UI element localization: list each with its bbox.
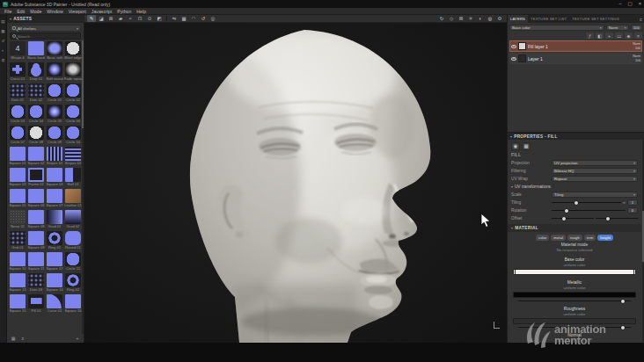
- channel-chip-rough[interactable]: rough: [567, 235, 582, 241]
- history-dock-icon[interactable]: ↺: [1, 38, 6, 43]
- asset-item[interactable]: Soft round: [46, 62, 63, 82]
- assets-dock-icon[interactable]: ▤: [1, 18, 6, 24]
- asset-item[interactable]: Circle 06: [64, 105, 82, 124]
- display-dock-icon[interactable]: ◍: [1, 57, 6, 62]
- slider-knob[interactable]: [565, 209, 568, 213]
- asset-item[interactable]: Circle 04: [27, 105, 45, 124]
- metallic-swatch[interactable]: [513, 292, 636, 298]
- asset-item[interactable]: Square 05: [9, 189, 26, 208]
- delete-layer-icon[interactable]: ×: [634, 33, 642, 39]
- asset-item[interactable]: Noise 01: [9, 210, 26, 229]
- asset-item[interactable]: Stripes 02: [64, 147, 82, 166]
- search-input[interactable]: Search...: [10, 33, 81, 40]
- tab-texture-set-settings[interactable]: TEXTURE SET SETTINGS: [569, 15, 622, 23]
- eraser-tool[interactable]: ◪: [97, 15, 106, 22]
- asset-item[interactable]: Ring 01: [46, 231, 63, 250]
- environment-icon[interactable]: ◍: [486, 15, 494, 22]
- asset-item[interactable]: Drop 01: [27, 62, 45, 82]
- asset-item[interactable]: Circle 03: [9, 105, 26, 124]
- menu-python[interactable]: Python: [117, 9, 131, 14]
- menu-help[interactable]: Help: [136, 9, 146, 14]
- asset-item[interactable]: Round 01: [64, 231, 82, 250]
- asset-item[interactable]: Circle 08: [27, 126, 45, 145]
- asset-item[interactable]: Fade square: [64, 62, 82, 82]
- channel-filter-select[interactable]: Base color▾: [509, 25, 604, 31]
- asset-item[interactable]: Ring 02: [64, 273, 82, 293]
- menu-javascript[interactable]: Javascript: [91, 9, 112, 14]
- menu-viewport[interactable]: Viewport: [69, 9, 86, 14]
- polygon-fill-tool[interactable]: ▰: [116, 15, 125, 22]
- asset-item[interactable]: Grid 01: [9, 231, 26, 250]
- clone-tool[interactable]: ⊡: [135, 15, 144, 22]
- asset-item[interactable]: Square 09: [27, 231, 45, 250]
- asset-item[interactable]: Grad 01: [46, 210, 63, 229]
- projection-tool[interactable]: ⊞: [106, 15, 115, 22]
- asset-item[interactable]: Circle 01: [46, 83, 63, 103]
- material-mode-icon[interactable]: ◉: [511, 142, 520, 150]
- panel-menu-icon[interactable]: ≡: [638, 15, 644, 23]
- base-color-swatch[interactable]: [513, 269, 636, 275]
- shelf-filter-dropdown[interactable]: All shelves ▾: [10, 25, 81, 32]
- asset-item[interactable]: Square 12: [46, 252, 63, 272]
- asset-item[interactable]: Square 16: [64, 294, 82, 314]
- metallic-slider[interactable]: [518, 300, 631, 301]
- menu-edit[interactable]: Edit: [17, 9, 25, 14]
- rotation-value[interactable]: 0: [627, 207, 638, 214]
- asset-item[interactable]: Square 02: [27, 147, 45, 166]
- asset-item[interactable]: Square 11: [27, 252, 45, 272]
- geometry-mask-tool[interactable]: ◩: [155, 15, 164, 22]
- add-asset-icon[interactable]: +: [74, 336, 81, 342]
- asset-item[interactable]: Square 15: [9, 294, 26, 314]
- link-uv-icon[interactable]: ∞: [623, 200, 626, 205]
- add-effect-icon[interactable]: ƒ: [586, 33, 594, 39]
- asset-item[interactable]: Basic hard: [27, 41, 45, 61]
- paint-tool[interactable]: ✎: [87, 15, 96, 22]
- asset-item[interactable]: Stripes 01: [46, 147, 63, 166]
- asset-item[interactable]: Cross 01: [9, 62, 26, 82]
- asset-item[interactable]: Dots 03: [27, 273, 45, 293]
- asset-item[interactable]: Circle 05: [46, 105, 63, 124]
- asset-item[interactable]: Curve 01: [46, 294, 63, 314]
- asset-item[interactable]: Square 08: [27, 210, 45, 229]
- close-button[interactable]: ×: [639, 0, 641, 8]
- visibility-eye-icon[interactable]: [511, 45, 516, 48]
- smudge-tool[interactable]: ≈: [126, 15, 135, 22]
- channel-chip-height[interactable]: height: [597, 235, 613, 241]
- asset-item[interactable]: Grad 02: [64, 210, 82, 229]
- material-section-header[interactable]: ▾ MATERIAL: [508, 224, 641, 232]
- asset-item[interactable]: 4Shape 4: [9, 41, 26, 61]
- add-fill-layer-icon[interactable]: ◧: [596, 33, 604, 39]
- asset-item[interactable]: Square 01: [9, 147, 26, 166]
- asset-item[interactable]: Square 06: [27, 189, 45, 208]
- asset-item[interactable]: Dots 01: [9, 83, 26, 103]
- asset-item[interactable]: Frame 01: [27, 168, 45, 187]
- falloff-icon[interactable]: ◠: [189, 15, 198, 22]
- asset-item[interactable]: Pill 01: [27, 294, 45, 314]
- add-folder-icon[interactable]: ▭: [615, 33, 623, 39]
- asset-item[interactable]: Dots 02: [27, 83, 45, 103]
- offset-slider-u[interactable]: [552, 218, 594, 219]
- alignment-icon[interactable]: ◎: [209, 15, 217, 22]
- settings-icon[interactable]: ⚙: [495, 15, 504, 22]
- asset-item[interactable]: Square 07: [46, 189, 63, 208]
- asset-item[interactable]: Blunt edge: [64, 41, 82, 61]
- asset-item[interactable]: Circle 07: [9, 126, 26, 145]
- asset-item[interactable]: Square 04: [46, 168, 63, 187]
- projection-select[interactable]: UV projection▾: [552, 160, 638, 166]
- slider-knob[interactable]: [606, 217, 610, 221]
- asset-item[interactable]: Circle 11: [64, 252, 82, 272]
- asset-item[interactable]: Leather 01: [64, 189, 82, 208]
- asset-item[interactable]: Basic soft: [46, 41, 63, 61]
- properties-header[interactable]: ▾ PROPERTIES - FILL: [508, 132, 644, 140]
- lazy-mouse-icon[interactable]: ↺: [199, 15, 208, 22]
- uv-transformations-header[interactable]: ▾ UV transformations: [511, 183, 638, 191]
- asset-item[interactable]: Square 13: [9, 273, 26, 293]
- layers-dock-icon[interactable]: ▦: [1, 28, 6, 33]
- menu-window[interactable]: Window: [47, 9, 62, 14]
- frame-view-icon[interactable]: ⊠: [457, 15, 465, 22]
- asset-item[interactable]: Square 14: [46, 273, 63, 293]
- shader-settings-icon[interactable]: ◐: [476, 15, 485, 22]
- tiling-slider[interactable]: [552, 202, 621, 203]
- assets-panel-header[interactable]: ▾ ASSETS: [7, 15, 84, 23]
- tiling-value[interactable]: 1: [627, 199, 638, 206]
